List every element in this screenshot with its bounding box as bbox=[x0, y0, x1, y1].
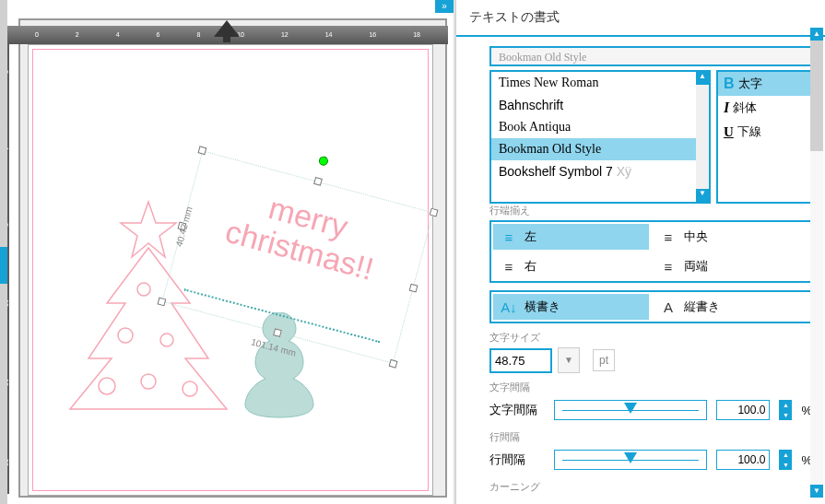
font-option[interactable]: Book Antiqua bbox=[491, 116, 709, 138]
size-section-label: 文字サイズ bbox=[489, 331, 812, 345]
font-size-dropdown[interactable]: ▼ bbox=[558, 347, 580, 373]
bold-button[interactable]: B太字 bbox=[718, 72, 810, 96]
vertical-icon: A bbox=[660, 299, 677, 315]
font-family-combobox[interactable]: Bookman Old Style bbox=[489, 46, 812, 66]
font-style-list: B太字 I斜体 U下線 bbox=[716, 70, 812, 204]
font-list-scrollbar[interactable]: ▲▼ bbox=[696, 72, 709, 202]
char-spacing-slider[interactable] bbox=[554, 400, 707, 420]
resize-handle[interactable] bbox=[409, 284, 418, 293]
font-option-selected[interactable]: Bookman Old Style bbox=[491, 138, 709, 160]
svg-point-4 bbox=[160, 334, 173, 346]
align-justify-button[interactable]: ≡両端 bbox=[653, 253, 808, 279]
font-list[interactable]: Times New Roman Bahnschrift Book Antiqua… bbox=[489, 70, 711, 204]
font-option[interactable]: Bahnschrift bbox=[491, 94, 709, 116]
text-style-panel: テキストの書式 Bookman Old Style Times New Roma… bbox=[455, 0, 825, 504]
align-center-icon: ≡ bbox=[660, 229, 677, 245]
panel-title: テキストの書式 bbox=[456, 0, 825, 37]
panel-scrollbar[interactable]: ▲▼ bbox=[810, 28, 823, 498]
align-justify-icon: ≡ bbox=[660, 259, 677, 275]
svg-point-6 bbox=[141, 374, 156, 389]
font-size-input[interactable] bbox=[489, 348, 552, 373]
align-center-button[interactable]: ≡中央 bbox=[653, 224, 808, 250]
horizontal-icon: A↓ bbox=[501, 299, 517, 315]
canvas-area[interactable]: » 024681012141618 048121620 merrychristm… bbox=[0, 0, 455, 504]
align-section-label: 行端揃え bbox=[489, 204, 812, 217]
vertical-text-button[interactable]: A縦書き bbox=[653, 294, 808, 320]
underline-button[interactable]: U下線 bbox=[718, 120, 810, 144]
align-right-button[interactable]: ≡右 bbox=[493, 253, 649, 279]
svg-point-3 bbox=[118, 328, 133, 343]
kerning-section-label: カーニング bbox=[489, 480, 812, 494]
line-spacing-section-label: 行間隔 bbox=[489, 430, 812, 444]
align-buttons: ≡左 ≡中央 ≡右 ≡両端 bbox=[489, 220, 812, 283]
panel-collapse-icon[interactable]: » bbox=[435, 0, 454, 13]
canvas-scrollbar-vertical[interactable] bbox=[0, 0, 7, 504]
align-left-icon: ≡ bbox=[501, 229, 517, 245]
char-spacing-stepper[interactable]: ▲▼ bbox=[779, 400, 792, 420]
italic-button[interactable]: I斜体 bbox=[718, 96, 810, 120]
svg-point-7 bbox=[183, 381, 197, 396]
svg-point-2 bbox=[137, 283, 150, 296]
horizontal-text-button[interactable]: A↓横書き bbox=[493, 294, 649, 320]
font-option[interactable]: Times New Roman bbox=[491, 72, 709, 94]
font-option[interactable]: Bookshelf Symbol 7 Xÿ bbox=[491, 160, 709, 182]
align-left-button[interactable]: ≡左 bbox=[493, 224, 649, 250]
font-size-unit[interactable]: pt bbox=[593, 349, 615, 371]
direction-buttons: A↓横書き A縦書き bbox=[489, 290, 812, 323]
rotate-handle[interactable] bbox=[318, 156, 329, 167]
line-spacing-stepper[interactable]: ▲▼ bbox=[779, 450, 792, 470]
line-spacing-input[interactable] bbox=[716, 450, 770, 470]
svg-point-5 bbox=[99, 378, 115, 394]
char-spacing-input[interactable] bbox=[716, 400, 770, 420]
align-right-icon: ≡ bbox=[501, 259, 517, 275]
page[interactable]: merrychristmas!! 101.14 mm 40.42 mm bbox=[28, 44, 433, 496]
line-spacing-slider[interactable] bbox=[554, 450, 707, 470]
line-spacing-label: 行間隔 bbox=[489, 451, 545, 468]
char-spacing-label: 文字間隔 bbox=[489, 402, 545, 418]
char-spacing-section-label: 文字間隔 bbox=[489, 381, 812, 394]
resize-handle[interactable] bbox=[389, 359, 398, 369]
